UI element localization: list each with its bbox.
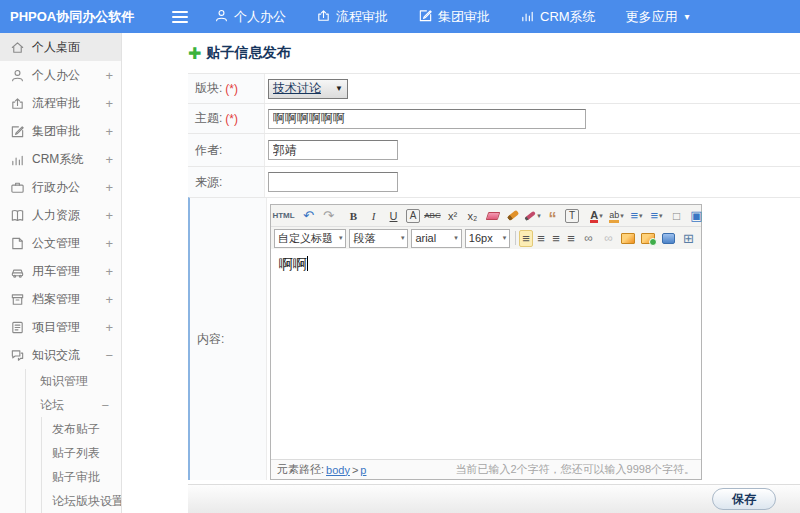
quick-style-icon[interactable]: ▾ [523, 207, 542, 225]
source-input[interactable] [268, 172, 398, 192]
redo-icon[interactable]: ↷ [319, 207, 338, 225]
sidebar-item-knowledge-mgmt[interactable]: 知识管理 [26, 369, 121, 393]
ordered-list-button[interactable]: ≡▾ [627, 207, 646, 225]
collapse-toggle[interactable]: − [101, 398, 109, 413]
sidebar: 个人桌面 个人办公 + 流程审批 + 集团审批 + CRM系统 + 行政办公 +… [0, 33, 122, 513]
nav-item-process-approval[interactable]: 流程审批 [316, 8, 388, 26]
char-count-status: 当前已输入2个字符，您还可以输入9998个字符。 [455, 462, 695, 477]
align-left-button[interactable]: ≡ [519, 230, 533, 247]
insert-media-button[interactable] [659, 229, 678, 247]
sidebar-item-process-approval[interactable]: 流程审批 + [0, 89, 121, 117]
sidebar-item-publish-post[interactable]: 发布贴子 [42, 417, 121, 441]
home-icon [10, 40, 25, 55]
form-row-content: 内容: HTML ↶ ↷ B I U A ABC [188, 197, 800, 480]
document-icon [10, 236, 25, 251]
board-select[interactable]: 技术讨论 ▼ [268, 79, 348, 99]
editor-content-area[interactable]: 啊啊 [271, 249, 701, 459]
nav-item-personal-office[interactable]: 个人办公 [214, 8, 286, 26]
undo-icon[interactable]: ↶ [299, 207, 318, 225]
sidebar-item-forum[interactable]: 论坛 − [26, 393, 121, 417]
unordered-list-button[interactable]: ≡▾ [647, 207, 666, 225]
collapse-toggle[interactable]: − [105, 348, 113, 363]
nav-item-crm[interactable]: CRM系统 [520, 8, 596, 26]
superscript-button[interactable]: x² [443, 207, 462, 225]
expand-toggle[interactable]: + [105, 264, 113, 279]
knowledge-submenu: 知识管理 论坛 − 发布贴子 贴子列表 贴子审批 论坛版块设置 [25, 369, 121, 513]
app-brand: PHPOA协同办公软件 [0, 8, 132, 26]
author-input[interactable] [268, 140, 398, 160]
format-brush-icon[interactable] [503, 207, 522, 225]
sidebar-item-archive-mgmt[interactable]: 档案管理 + [0, 285, 121, 313]
link-button[interactable]: ∞ [579, 229, 598, 247]
sidebar-item-document-mgmt[interactable]: 公文管理 + [0, 229, 121, 257]
author-label: 作者: [195, 142, 222, 159]
path-body-link[interactable]: body [326, 464, 350, 476]
insert-table-button[interactable]: ⊞ [679, 229, 698, 247]
italic-button[interactable]: I [364, 207, 383, 225]
expand-toggle[interactable]: + [105, 180, 113, 195]
sidebar-item-project-mgmt[interactable]: 项目管理 + [0, 313, 121, 341]
sidebar-item-vehicle-mgmt[interactable]: 用车管理 + [0, 257, 121, 285]
form-row-author: 作者: [188, 133, 800, 166]
expand-toggle[interactable]: + [105, 68, 113, 83]
font-size-select[interactable]: 16px ▾ [465, 229, 510, 248]
expand-toggle[interactable]: + [105, 320, 113, 335]
source-label: 来源: [195, 174, 222, 191]
expand-toggle[interactable]: + [105, 152, 113, 167]
sidebar-item-admin-office[interactable]: 行政办公 + [0, 173, 121, 201]
remove-format-icon[interactable] [483, 207, 502, 225]
expand-toggle[interactable]: + [105, 208, 113, 223]
chevron-down-icon: ▾ [454, 234, 458, 242]
highlight-color-button[interactable]: ab▾ [607, 207, 626, 225]
expand-toggle[interactable]: + [105, 236, 113, 251]
align-justify-button[interactable]: ≡ [564, 229, 578, 247]
page-title: ✚ 贴子信息发布 [188, 33, 800, 73]
car-icon [10, 264, 25, 279]
font-family-select[interactable]: arial ▾ [411, 229, 461, 248]
paste-text-icon[interactable]: T [565, 209, 579, 223]
board-label: 版块: [195, 80, 222, 97]
custom-title-select[interactable]: 自定义标题 ▾ [274, 229, 346, 248]
required-mark: (*) [225, 112, 238, 126]
expand-toggle[interactable]: + [105, 96, 113, 111]
sidebar-item-forum-board-settings[interactable]: 论坛版块设置 [42, 489, 121, 513]
paragraph-select[interactable]: 段落 ▾ [349, 229, 408, 248]
fullscreen-icon[interactable]: ▣ [687, 207, 706, 225]
nav-item-more-apps[interactable]: 更多应用 ▾ [626, 8, 690, 26]
blockquote-button[interactable]: “ [543, 207, 562, 225]
sidebar-item-knowledge[interactable]: 知识交流 − [0, 341, 121, 369]
net-image-button[interactable] [639, 229, 658, 247]
select-arrow-icon: ▼ [335, 84, 343, 93]
sidebar-item-crm[interactable]: CRM系统 + [0, 145, 121, 173]
hamburger-menu-icon[interactable] [172, 8, 188, 26]
subscript-button[interactable]: x₂ [463, 207, 482, 225]
align-center-button[interactable]: ≡ [534, 229, 548, 247]
insert-image-button[interactable] [619, 229, 638, 247]
chart-icon [10, 152, 25, 167]
expand-toggle[interactable]: + [105, 124, 113, 139]
nav-item-group-approval[interactable]: 集团审批 [418, 8, 490, 26]
path-p-link[interactable]: p [360, 464, 366, 476]
sidebar-item-desktop[interactable]: 个人桌面 [0, 33, 121, 61]
sidebar-item-hr[interactable]: 人力资源 + [0, 201, 121, 229]
topic-input[interactable] [268, 109, 586, 129]
strikethrough-button[interactable]: ABC [423, 207, 442, 225]
sidebar-item-personal-office[interactable]: 个人办公 + [0, 61, 121, 89]
font-color-button[interactable]: A▾ [587, 207, 606, 225]
unlink-button[interactable]: ∞ [599, 229, 618, 247]
chevron-down-icon: ▾ [503, 234, 507, 242]
sidebar-item-post-list[interactable]: 贴子列表 [42, 441, 121, 465]
save-button[interactable]: 保存 [712, 488, 776, 510]
expand-toggle[interactable]: + [105, 292, 113, 307]
underline-button[interactable]: U [384, 207, 403, 225]
align-right-button[interactable]: ≡ [549, 229, 563, 247]
font-box-button[interactable]: A [406, 209, 420, 223]
sidebar-item-group-approval[interactable]: 集团审批 + [0, 117, 121, 145]
sidebar-item-post-approval[interactable]: 贴子审批 [42, 465, 121, 489]
forum-submenu: 发布贴子 贴子列表 贴子审批 论坛版块设置 [41, 417, 121, 513]
new-page-icon[interactable]: □ [667, 207, 686, 225]
book-icon [10, 208, 25, 223]
bold-button[interactable]: B [344, 207, 363, 225]
chevron-down-icon: ▾ [401, 234, 405, 242]
html-source-button[interactable]: HTML [274, 207, 293, 225]
